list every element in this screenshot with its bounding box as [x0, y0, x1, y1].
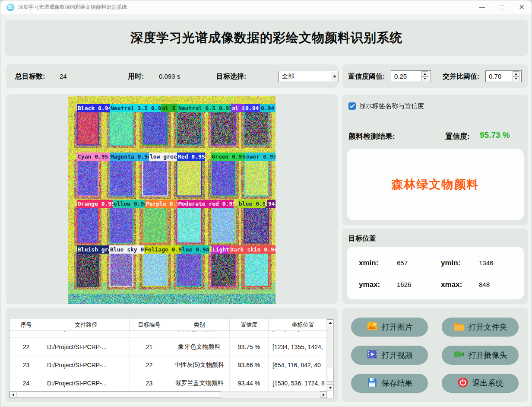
vertical-scroll-thumb[interactable]: [327, 368, 333, 382]
table-cell: 20: [130, 331, 169, 337]
action-button-save[interactable]: 保存结果: [351, 374, 428, 393]
image-icon: [367, 321, 378, 334]
pigment-result-label: 颜料检测结果:: [348, 131, 395, 141]
detection-label: Dark skin 0.94: [229, 245, 276, 254]
scroll-left-icon: [12, 393, 14, 397]
scroll-up-button[interactable]: [327, 319, 333, 326]
table-cell: 93.75 %: [230, 331, 269, 337]
table-cell: 21: [10, 331, 43, 337]
table-cell: 23: [130, 374, 169, 391]
confidence-threshold-input[interactable]: [391, 71, 421, 82]
iou-spin-down-button[interactable]: [513, 76, 519, 82]
table-header-cell[interactable]: 序号: [10, 319, 43, 331]
maximize-button[interactable]: [492, 0, 512, 14]
table-row[interactable]: 24D:/Project/SI-PCRP-...23紫罗兰蓝文物颜料93.44 …: [10, 374, 327, 391]
table-cell: D:/Project/SI-PCRP-...: [43, 374, 130, 391]
table-cell: 24: [10, 374, 43, 391]
total-targets-label: 总目标数:: [15, 72, 45, 81]
table-cell: 象牙色文物颜料: [169, 338, 230, 356]
detection-label: Cyan 0.95: [77, 153, 110, 161]
action-button-label: 保存结果: [382, 378, 413, 388]
table-cell: 22: [130, 356, 169, 374]
close-button[interactable]: ✕: [512, 0, 532, 14]
table-cell: 23: [10, 356, 43, 374]
action-button-video[interactable]: 打开视频: [351, 346, 428, 365]
table-cell: 黄绿色文物颜料: [169, 331, 230, 337]
application-window: 深度学习光谱成像数据的彩绘文物颜料识别系统 ✕ 深度学习光谱成像数据的彩绘文物颜…: [0, 0, 532, 407]
show-labels-checkbox[interactable]: [348, 102, 356, 110]
table-header-cell[interactable]: 目标编号: [130, 319, 169, 331]
confidence-spin-up-button[interactable]: [421, 71, 428, 76]
table-header-cell[interactable]: 文件路径: [43, 319, 130, 331]
check-icon: [350, 104, 355, 108]
show-labels-checkbox-label: 显示标签名称与置信度: [359, 102, 424, 110]
power-icon: [457, 377, 469, 390]
detection-label: Light: [212, 245, 229, 254]
table-row[interactable]: 23D:/Project/SI-PCRP-...22中性灰(5)文物颜料93.6…: [10, 356, 327, 374]
detection-label: Foliage 0.96: [144, 245, 181, 254]
xmax-value: 848: [479, 281, 490, 288]
table-cell: 93.66 %: [230, 356, 269, 374]
detection-label: Black 0.94: [77, 104, 111, 112]
confidence-label: 置信度:: [445, 131, 470, 141]
dropdown-arrow-button[interactable]: [331, 72, 338, 81]
iou-threshold-input[interactable]: [486, 71, 513, 82]
scroll-right-icon: [323, 393, 325, 397]
pigment-name: 森林绿文物颜料: [347, 149, 524, 220]
detection-label: Magenta 0.94: [110, 153, 149, 161]
minimize-icon: [479, 7, 485, 8]
detection-label: Red 0.95: [177, 153, 205, 161]
spin-up-icon: [515, 73, 517, 75]
confidence-spin-down-button[interactable]: [421, 76, 428, 82]
action-button-image[interactable]: 打开图片: [351, 318, 428, 337]
action-button-label: 退出系统: [472, 378, 504, 388]
action-button-folder[interactable]: 打开文件夹: [442, 318, 519, 337]
table-row[interactable]: 22D:/Project/SI-PCRP-...21象牙色文物颜料93.75 %…: [10, 338, 327, 356]
scroll-up-icon: [329, 322, 332, 324]
target-select-dropdown[interactable]: 全部: [279, 71, 339, 82]
vertical-scrollbar[interactable]: [326, 319, 333, 391]
pigment-result-card: 森林绿文物颜料: [347, 149, 524, 220]
table-row[interactable]: 21D:/Project/SI-PCRP-...20黄绿色文物颜料93.75 %…: [10, 331, 327, 338]
results-table: 序号文件路径目标编号类别置信度坐标位置 21D:/Project/SI-PCRP…: [9, 319, 334, 398]
confidence-value: 95.73 %: [480, 130, 510, 140]
scroll-right-button[interactable]: [320, 391, 327, 398]
header-panel: 深度学习光谱成像数据的彩绘文物颜料识别系统: [5, 20, 528, 56]
horizontal-scroll-thumb[interactable]: [17, 391, 221, 398]
target-select-label: 目标选择:: [216, 72, 246, 81]
table-cell: 紫罗兰蓝文物颜料: [169, 374, 230, 391]
detection-label: low gree: [149, 153, 177, 161]
threshold-panel: 置信度阈值: 交并比阈值:: [342, 64, 528, 88]
total-targets-value: 24: [60, 73, 67, 80]
scroll-down-icon: [329, 387, 332, 389]
camera-icon: [453, 349, 465, 362]
table-header-cell[interactable]: 类别: [169, 319, 230, 331]
xmin-label: xmin:: [359, 259, 397, 267]
detection-label: ellow 0.94: [113, 200, 145, 208]
action-button-power[interactable]: 退出系统: [442, 374, 519, 393]
action-button-label: 打开摄像头: [469, 350, 507, 360]
scroll-left-button[interactable]: [10, 391, 16, 398]
elapsed-time-value: 0.093 s: [159, 73, 180, 80]
table-cell: D:/Project/SI-PCRP-...: [43, 338, 130, 356]
ymin-label: ymin:: [441, 259, 479, 267]
table-cell: 93.44 %: [230, 374, 269, 391]
titlebar: 深度学习光谱成像数据的彩绘文物颜料识别系统 ✕: [0, 0, 532, 14]
detection-image[interactable]: Black 0.94Neutral 3.5 0.94al 5 (Neutral …: [68, 96, 276, 304]
detection-label: Bluish gree: [77, 245, 109, 254]
maximize-icon: [500, 5, 504, 10]
horizontal-scrollbar[interactable]: [10, 391, 327, 398]
elapsed-time-label: 用时:: [128, 72, 144, 81]
table-cell: [1530, 536, 1724, 8: [269, 374, 327, 391]
table-header-cell[interactable]: 坐标位置: [269, 319, 327, 331]
ymax-label: ymax:: [359, 280, 397, 289]
table-header-cell[interactable]: 置信度: [230, 319, 269, 331]
iou-spin-up-button[interactable]: [513, 71, 519, 76]
action-button-camera[interactable]: 打开摄像头: [442, 346, 519, 365]
table-cell: [655, 324, 847, 81: [269, 331, 327, 337]
confidence-threshold-spinbox: [391, 70, 431, 82]
minimize-button[interactable]: [472, 0, 492, 14]
detection-label: Neutral 3.5 0.94: [110, 104, 161, 112]
detection-label: ower 0.93: [245, 153, 276, 161]
scroll-down-button[interactable]: [327, 384, 333, 391]
